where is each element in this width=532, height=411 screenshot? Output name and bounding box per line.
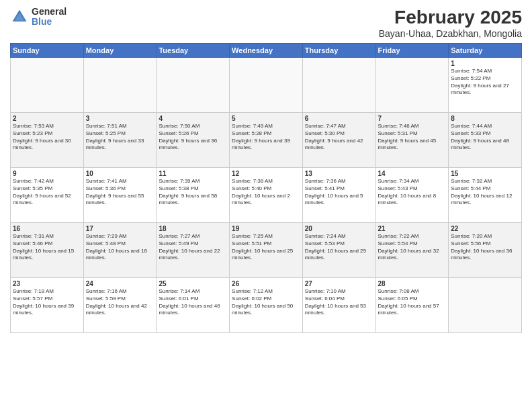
day-info: Sunrise: 7:46 AM Sunset: 5:31 PM Dayligh… xyxy=(378,123,447,152)
calendar-cell: 19Sunrise: 7:25 AM Sunset: 5:51 PM Dayli… xyxy=(230,223,303,278)
calendar-row: 16Sunrise: 7:31 AM Sunset: 5:46 PM Dayli… xyxy=(11,223,522,278)
day-info: Sunrise: 7:16 AM Sunset: 5:59 PM Dayligh… xyxy=(86,288,154,317)
day-info: Sunrise: 7:10 AM Sunset: 6:04 PM Dayligh… xyxy=(305,288,373,317)
day-number: 5 xyxy=(232,115,300,122)
page: General Blue February 2025 Bayan-Uhaa, D… xyxy=(0,0,532,411)
day-number: 18 xyxy=(159,225,227,232)
calendar: Sunday Monday Tuesday Wednesday Thursday… xyxy=(10,43,522,333)
day-number: 25 xyxy=(159,280,227,287)
calendar-cell: 7Sunrise: 7:46 AM Sunset: 5:31 PM Daylig… xyxy=(375,113,449,168)
day-number: 12 xyxy=(232,170,300,177)
day-info: Sunrise: 7:50 AM Sunset: 5:26 PM Dayligh… xyxy=(159,123,227,152)
day-number: 21 xyxy=(378,225,447,232)
logo-icon xyxy=(10,7,29,26)
day-number: 3 xyxy=(86,115,154,122)
day-info: Sunrise: 7:49 AM Sunset: 5:28 PM Dayligh… xyxy=(232,123,300,152)
day-number: 2 xyxy=(13,115,81,122)
day-number: 15 xyxy=(451,170,519,177)
day-info: Sunrise: 7:41 AM Sunset: 5:36 PM Dayligh… xyxy=(86,178,154,207)
calendar-cell: 2Sunrise: 7:53 AM Sunset: 5:23 PM Daylig… xyxy=(11,113,84,168)
day-info: Sunrise: 7:53 AM Sunset: 5:23 PM Dayligh… xyxy=(13,123,81,152)
calendar-header-row: Sunday Monday Tuesday Wednesday Thursday… xyxy=(11,44,522,58)
day-info: Sunrise: 7:25 AM Sunset: 5:51 PM Dayligh… xyxy=(232,233,300,262)
calendar-cell: 13Sunrise: 7:36 AM Sunset: 5:41 PM Dayli… xyxy=(302,168,375,223)
day-number: 26 xyxy=(232,280,300,287)
col-saturday: Saturday xyxy=(449,44,522,58)
day-info: Sunrise: 7:44 AM Sunset: 5:33 PM Dayligh… xyxy=(451,123,519,152)
day-info: Sunrise: 7:38 AM Sunset: 5:40 PM Dayligh… xyxy=(232,178,300,207)
calendar-cell xyxy=(11,58,84,113)
day-info: Sunrise: 7:14 AM Sunset: 6:01 PM Dayligh… xyxy=(159,288,227,317)
day-info: Sunrise: 7:32 AM Sunset: 5:44 PM Dayligh… xyxy=(451,178,519,207)
title-block: February 2025 Bayan-Uhaa, Dzabkhan, Mong… xyxy=(379,7,522,39)
day-number: 28 xyxy=(378,280,447,287)
calendar-cell: 28Sunrise: 7:08 AM Sunset: 6:05 PM Dayli… xyxy=(375,278,449,333)
day-number: 8 xyxy=(451,115,519,122)
day-number: 1 xyxy=(451,60,519,67)
calendar-cell: 6Sunrise: 7:47 AM Sunset: 5:30 PM Daylig… xyxy=(302,113,375,168)
header: General Blue February 2025 Bayan-Uhaa, D… xyxy=(10,7,522,39)
day-number: 24 xyxy=(86,280,154,287)
day-number: 7 xyxy=(378,115,447,122)
day-number: 27 xyxy=(305,280,373,287)
day-info: Sunrise: 7:42 AM Sunset: 5:35 PM Dayligh… xyxy=(13,178,81,207)
calendar-cell: 20Sunrise: 7:24 AM Sunset: 5:53 PM Dayli… xyxy=(302,223,375,278)
calendar-row: 2Sunrise: 7:53 AM Sunset: 5:23 PM Daylig… xyxy=(11,113,522,168)
calendar-row: 23Sunrise: 7:18 AM Sunset: 5:57 PM Dayli… xyxy=(11,278,522,333)
day-info: Sunrise: 7:27 AM Sunset: 5:49 PM Dayligh… xyxy=(159,233,227,262)
day-info: Sunrise: 7:47 AM Sunset: 5:30 PM Dayligh… xyxy=(305,123,373,152)
day-number: 22 xyxy=(451,225,519,232)
day-number: 17 xyxy=(86,225,154,232)
calendar-cell xyxy=(157,58,230,113)
calendar-cell: 12Sunrise: 7:38 AM Sunset: 5:40 PM Dayli… xyxy=(230,168,303,223)
day-number: 16 xyxy=(13,225,81,232)
calendar-cell: 9Sunrise: 7:42 AM Sunset: 5:35 PM Daylig… xyxy=(11,168,84,223)
calendar-cell: 21Sunrise: 7:22 AM Sunset: 5:54 PM Dayli… xyxy=(375,223,449,278)
day-number: 10 xyxy=(86,170,154,177)
day-info: Sunrise: 7:34 AM Sunset: 5:43 PM Dayligh… xyxy=(378,178,447,207)
day-info: Sunrise: 7:39 AM Sunset: 5:38 PM Dayligh… xyxy=(159,178,227,207)
day-info: Sunrise: 7:20 AM Sunset: 5:56 PM Dayligh… xyxy=(451,233,519,262)
calendar-cell: 18Sunrise: 7:27 AM Sunset: 5:49 PM Dayli… xyxy=(157,223,230,278)
day-info: Sunrise: 7:29 AM Sunset: 5:48 PM Dayligh… xyxy=(86,233,154,262)
calendar-cell xyxy=(449,278,522,333)
calendar-cell: 3Sunrise: 7:51 AM Sunset: 5:25 PM Daylig… xyxy=(83,113,157,168)
day-number: 6 xyxy=(305,115,373,122)
day-number: 14 xyxy=(378,170,447,177)
day-info: Sunrise: 7:36 AM Sunset: 5:41 PM Dayligh… xyxy=(305,178,373,207)
calendar-row: 1Sunrise: 7:54 AM Sunset: 5:22 PM Daylig… xyxy=(11,58,522,113)
day-info: Sunrise: 7:51 AM Sunset: 5:25 PM Dayligh… xyxy=(86,123,154,152)
logo-general: General xyxy=(32,7,66,17)
col-thursday: Thursday xyxy=(302,44,375,58)
logo-text: General Blue xyxy=(32,7,66,28)
calendar-cell xyxy=(375,58,449,113)
calendar-cell: 10Sunrise: 7:41 AM Sunset: 5:36 PM Dayli… xyxy=(83,168,157,223)
calendar-cell: 27Sunrise: 7:10 AM Sunset: 6:04 PM Dayli… xyxy=(302,278,375,333)
calendar-cell: 11Sunrise: 7:39 AM Sunset: 5:38 PM Dayli… xyxy=(157,168,230,223)
calendar-cell: 17Sunrise: 7:29 AM Sunset: 5:48 PM Dayli… xyxy=(83,223,157,278)
day-number: 20 xyxy=(305,225,373,232)
day-number: 23 xyxy=(13,280,81,287)
calendar-cell: 1Sunrise: 7:54 AM Sunset: 5:22 PM Daylig… xyxy=(449,58,522,113)
main-title: February 2025 xyxy=(379,7,522,28)
day-info: Sunrise: 7:22 AM Sunset: 5:54 PM Dayligh… xyxy=(378,233,447,262)
day-info: Sunrise: 7:08 AM Sunset: 6:05 PM Dayligh… xyxy=(378,288,447,317)
day-number: 13 xyxy=(305,170,373,177)
day-info: Sunrise: 7:54 AM Sunset: 5:22 PM Dayligh… xyxy=(451,68,519,97)
calendar-cell: 22Sunrise: 7:20 AM Sunset: 5:56 PM Dayli… xyxy=(449,223,522,278)
calendar-cell xyxy=(302,58,375,113)
calendar-cell: 23Sunrise: 7:18 AM Sunset: 5:57 PM Dayli… xyxy=(11,278,84,333)
day-info: Sunrise: 7:24 AM Sunset: 5:53 PM Dayligh… xyxy=(305,233,373,262)
calendar-cell xyxy=(83,58,157,113)
logo-blue: Blue xyxy=(32,17,66,27)
day-info: Sunrise: 7:31 AM Sunset: 5:46 PM Dayligh… xyxy=(13,233,81,262)
calendar-cell: 14Sunrise: 7:34 AM Sunset: 5:43 PM Dayli… xyxy=(375,168,449,223)
sub-title: Bayan-Uhaa, Dzabkhan, Mongolia xyxy=(379,28,522,39)
col-wednesday: Wednesday xyxy=(230,44,303,58)
calendar-row: 9Sunrise: 7:42 AM Sunset: 5:35 PM Daylig… xyxy=(11,168,522,223)
day-number: 19 xyxy=(232,225,300,232)
calendar-cell: 24Sunrise: 7:16 AM Sunset: 5:59 PM Dayli… xyxy=(83,278,157,333)
calendar-cell xyxy=(230,58,303,113)
day-info: Sunrise: 7:12 AM Sunset: 6:02 PM Dayligh… xyxy=(232,288,300,317)
col-friday: Friday xyxy=(375,44,449,58)
